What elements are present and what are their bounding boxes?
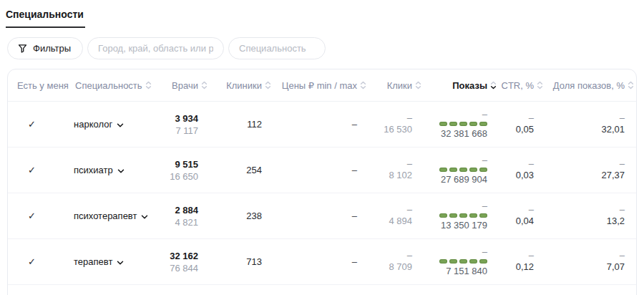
specialty-toggle[interactable]: терапевт — [74, 256, 125, 267]
impressions-bar-dash — [479, 259, 487, 263]
sort-icon — [145, 79, 152, 91]
chevron-down-icon — [116, 121, 125, 130]
impressions-bar-dash — [459, 168, 467, 172]
specialty-toggle[interactable]: нарколог — [74, 119, 125, 130]
clicks-cell: – 4 894 — [369, 205, 424, 227]
specialty-label: психиатр — [74, 165, 113, 175]
table-row: ✓ нарколог 3 934 7 117 112 – – 16 530 – … — [8, 102, 636, 148]
specialties-table: Есть у меня Специальность Врачи Клиники … — [7, 69, 637, 295]
chevron-down-icon — [140, 213, 149, 221]
filters-button-label: Фильтры — [33, 43, 71, 54]
doctors-count: 32 162 — [162, 250, 198, 262]
prices-cell: – — [273, 256, 369, 267]
specialty-toggle[interactable]: психиатр — [74, 165, 125, 175]
impressions-bar-dash — [439, 122, 447, 126]
impression-share-cell: – 7,07 — [545, 251, 636, 273]
impressions-bar-dash — [469, 122, 477, 126]
specialty-input[interactable] — [228, 37, 326, 59]
impressions-cell: – 27 689 904 — [424, 155, 499, 185]
table-row: ✓ терапевт 32 162 76 844 713 – – 8 709 –… — [8, 239, 636, 285]
doctors-cell: 32 162 76 844 — [162, 250, 210, 274]
impressions-bar-dash — [439, 168, 447, 172]
impressions-bar-dash — [469, 168, 477, 172]
region-input[interactable] — [87, 37, 224, 59]
impressions-bars — [424, 213, 487, 218]
impressions-bar-dash — [479, 213, 487, 218]
impressions-cell: – 7 151 840 — [424, 247, 499, 277]
col-doctors[interactable]: Врачи — [162, 79, 210, 91]
filters-button[interactable]: Фильтры — [7, 37, 83, 59]
clinics-cell: 254 — [210, 164, 273, 176]
sort-icon — [627, 79, 635, 91]
impressions-bar-dash — [449, 122, 457, 126]
specialty-label: психотерапевт — [74, 211, 137, 221]
impressions-bar-dash — [479, 122, 487, 126]
col-specialty[interactable]: Специальность — [69, 79, 162, 91]
specialty-cell: терапевт — [69, 256, 162, 267]
check-icon: ✓ — [28, 165, 36, 175]
doctors-total: 76 844 — [162, 262, 198, 274]
filters-row: Фильтры — [7, 37, 644, 59]
sort-icon — [264, 79, 272, 91]
impressions-bar-dash — [449, 213, 457, 218]
impressions-bar-dash — [479, 168, 487, 172]
clinics-cell: 713 — [210, 256, 273, 268]
col-prices[interactable]: Цены ₽ min / max — [273, 79, 369, 91]
tabs-bar: Специальности — [0, 0, 644, 28]
sort-icon — [489, 79, 497, 91]
specialty-cell: психотерапевт — [69, 211, 162, 221]
funnel-icon — [17, 43, 28, 54]
doctors-count: 3 934 — [162, 112, 198, 125]
have-cell: ✓ — [8, 119, 69, 130]
impressions-bar-dash — [439, 213, 447, 218]
col-impression-share[interactable]: Доля показов, % — [545, 79, 636, 91]
sort-icon — [536, 79, 544, 91]
specialty-cell: психиатр — [69, 165, 162, 175]
impressions-bar-dash — [469, 259, 477, 263]
prices-cell: – — [273, 211, 369, 221]
specialty-label: нарколог — [74, 119, 112, 130]
sort-icon — [200, 79, 208, 91]
specialty-label: терапевт — [74, 256, 112, 267]
ctr-cell: – 0,03 — [499, 159, 545, 181]
col-impressions[interactable]: Показы — [424, 79, 499, 91]
chevron-down-icon — [117, 167, 125, 175]
col-clicks[interactable]: Клики — [369, 79, 424, 91]
have-cell: ✓ — [8, 165, 69, 175]
specialty-toggle[interactable]: психотерапевт — [74, 211, 149, 221]
clinics-cell: 238 — [210, 210, 273, 222]
impressions-bar-dash — [459, 122, 467, 126]
table-header: Есть у меня Специальность Врачи Клиники … — [8, 69, 636, 102]
doctors-count: 2 884 — [162, 204, 198, 216]
impressions-bar-dash — [459, 259, 467, 263]
col-have: Есть у меня — [8, 80, 69, 91]
specialty-cell: нарколог — [69, 119, 162, 130]
doctors-total: 7 117 — [162, 125, 198, 137]
clicks-cell: – 16 530 — [369, 113, 424, 135]
impression-share-cell: – 13,2 — [545, 205, 636, 227]
table-row: ✓ психотерапевт 2 884 4 821 238 – – 4 89… — [8, 193, 636, 239]
chevron-down-icon — [116, 258, 125, 267]
col-ctr[interactable]: CTR, % — [499, 79, 545, 91]
check-icon: ✓ — [28, 211, 36, 221]
impression-share-cell: – 27,37 — [545, 159, 636, 181]
tab-specialties[interactable]: Специальности — [6, 9, 85, 28]
col-clinics[interactable]: Клиники — [210, 79, 273, 91]
ctr-cell: – 0,04 — [499, 205, 545, 227]
impressions-bars — [424, 168, 487, 172]
clinics-cell: 112 — [210, 118, 273, 130]
doctors-total: 16 650 — [162, 170, 198, 183]
have-cell: ✓ — [8, 256, 69, 267]
impressions-bar-dash — [449, 168, 457, 172]
doctors-cell: 9 515 16 650 — [162, 158, 210, 183]
table-row: ✓ психиатр 9 515 16 650 254 – – 8 102 – … — [8, 148, 636, 193]
impressions-bar-dash — [459, 213, 467, 218]
prices-cell: – — [273, 165, 369, 175]
impressions-bars — [424, 259, 487, 263]
impression-share-cell: – 32,01 — [545, 113, 636, 135]
sort-icon — [359, 79, 367, 91]
doctors-total: 4 821 — [162, 216, 198, 228]
doctors-cell: 2 884 4 821 — [162, 204, 210, 228]
ctr-cell: – 0,12 — [499, 251, 545, 273]
clicks-cell: – 8 709 — [369, 251, 424, 273]
